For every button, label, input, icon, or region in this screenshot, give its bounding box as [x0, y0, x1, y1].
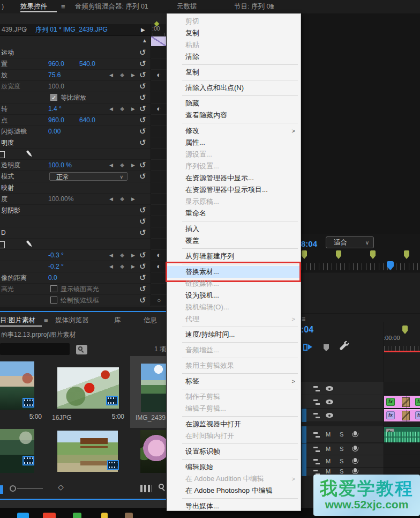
tab-project-bin[interactable]: 目:图片素材	[0, 314, 35, 327]
parameter-value[interactable]: 75.6	[48, 70, 61, 80]
chevron-down-icon[interactable]: ∨	[24, 24, 27, 35]
add-keyframe-icon[interactable]: ◆	[120, 194, 124, 204]
audio-clip[interactable]: fx	[384, 427, 420, 442]
reset-parameter-icon[interactable]: ↺	[139, 205, 146, 216]
sync-lock-icon[interactable]	[313, 432, 320, 438]
automate-to-sequence-icon[interactable]	[140, 485, 152, 492]
menu-item[interactable]: 隐藏	[167, 98, 301, 109]
thumbnail-name[interactable]: IMG_2439J	[136, 414, 166, 421]
reset-parameter-icon[interactable]: ↺	[139, 284, 146, 294]
parameter-value[interactable]: 0.00	[48, 126, 61, 137]
sync-lock-icon[interactable]	[313, 399, 320, 405]
zoom-fit-dropdown[interactable]: 适合 ∨	[326, 236, 374, 248]
parameter-value[interactable]: 640.0	[79, 115, 95, 125]
reset-parameter-icon[interactable]: ↺	[139, 227, 146, 238]
parameter-value[interactable]: -0.2 °	[48, 261, 64, 272]
panel-menu-icon[interactable]: ≡	[61, 0, 65, 13]
filmstrip-icon[interactable]	[107, 460, 119, 470]
checkbox[interactable]	[50, 285, 57, 292]
reset-parameter-icon[interactable]: ↺	[139, 81, 146, 92]
prev-keyframe-icon[interactable]: ◀	[109, 103, 113, 114]
pen-tool-icon[interactable]	[24, 149, 35, 159]
menu-item[interactable]: 复制	[167, 27, 301, 39]
track-target-indicator[interactable]	[302, 468, 306, 476]
prev-keyframe-icon[interactable]: ◀	[109, 261, 113, 272]
track-output-icon[interactable]	[326, 399, 333, 404]
filmstrip-icon[interactable]	[22, 398, 34, 408]
timeline-timecode[interactable]: :04	[301, 325, 313, 335]
voiceover-record-icon[interactable]	[354, 458, 357, 462]
reset-parameter-icon[interactable]: ↺	[139, 160, 146, 171]
thumbnail-name[interactable]: 16JPG	[52, 414, 72, 421]
filmstrip-icon[interactable]	[106, 396, 118, 405]
thumbnail-image[interactable]	[141, 364, 166, 412]
taskbar-app-icon[interactable]	[17, 513, 29, 518]
sequence-clip-title[interactable]: 序列 01 * IMG_2439.JPG	[35, 24, 108, 35]
checkbox[interactable]: ✓	[50, 94, 57, 101]
list-view-icon[interactable]	[0, 485, 3, 494]
menu-item[interactable]: 速度/持续时间...	[167, 329, 301, 341]
taskbar-app-icon[interactable]	[43, 513, 56, 518]
parameter-value[interactable]: 960.0	[48, 58, 64, 69]
menu-item[interactable]: 清除	[167, 51, 301, 63]
voiceover-record-icon[interactable]	[354, 431, 357, 435]
next-keyframe-icon[interactable]: ▶	[131, 194, 135, 204]
track-output-icon[interactable]	[326, 413, 333, 418]
tab-info[interactable]: 信息	[144, 314, 157, 327]
reset-parameter-icon[interactable]: ↺	[139, 70, 146, 80]
menu-item[interactable]: 重命名	[167, 208, 301, 219]
reset-parameter-icon[interactable]: ↺	[139, 272, 146, 283]
bin-breadcrumb[interactable]: 的事12.13.prproj\图片素材	[1, 330, 76, 339]
mute-button[interactable]: M	[326, 468, 331, 475]
tab-program-monitor[interactable]: 节目: 序列 01	[234, 0, 274, 13]
reset-parameter-icon[interactable]: ↺	[139, 115, 146, 125]
track-target-indicator[interactable]	[302, 409, 306, 422]
program-timecode[interactable]: 8:04	[301, 239, 317, 248]
project-panel-menu-icon[interactable]: ≡	[44, 314, 48, 327]
video-clip[interactable]: fxfx	[384, 409, 420, 421]
parameter-value[interactable]: 100.0	[48, 81, 64, 92]
sort-icon[interactable]: ◇	[58, 483, 64, 491]
search-icon[interactable]	[76, 345, 87, 354]
checkbox[interactable]	[50, 297, 57, 304]
taskbar-app-icon[interactable]	[73, 513, 81, 518]
reset-parameter-icon[interactable]: ↺	[139, 250, 146, 261]
menu-item[interactable]: 替换素材...	[167, 266, 301, 278]
transition-clip[interactable]	[402, 411, 410, 420]
menu-item[interactable]: 设置标识帧	[167, 446, 301, 457]
track-output-icon[interactable]	[326, 386, 333, 391]
menu-item[interactable]: 修改>	[167, 125, 301, 137]
tab-metadata[interactable]: 元数据	[177, 0, 197, 13]
reset-parameter-icon[interactable]: ↺	[139, 295, 146, 306]
reset-parameter-icon[interactable]: ↺	[139, 137, 146, 148]
parameter-value[interactable]: 1.4 °	[48, 103, 62, 114]
next-keyframe-icon[interactable]: ▶	[131, 250, 135, 261]
prev-keyframe-icon[interactable]: ◀	[109, 194, 113, 204]
menu-item[interactable]: 属性...	[167, 137, 301, 149]
search-input[interactable]	[0, 343, 70, 355]
menu-item[interactable]: 查看隐藏内容	[167, 109, 301, 121]
next-keyframe-icon[interactable]: ▶	[131, 261, 135, 272]
video-clip[interactable]: fxfx	[384, 396, 420, 408]
menu-item[interactable]: 覆盖	[167, 235, 301, 247]
add-keyframe-icon[interactable]: ◆	[120, 261, 124, 272]
snap-toggle-icon[interactable]	[303, 344, 312, 351]
voiceover-record-icon[interactable]	[354, 446, 357, 450]
mute-button[interactable]: M	[326, 446, 331, 452]
track-target-indicator[interactable]	[302, 455, 306, 468]
reset-parameter-icon[interactable]: ↺	[139, 103, 146, 114]
menu-item[interactable]: 导出媒体...	[167, 500, 301, 512]
reset-parameter-icon[interactable]: ↺	[139, 47, 146, 58]
add-keyframe-icon[interactable]: ◆	[120, 160, 124, 171]
collapse-arrow-icon[interactable]: ▲	[142, 38, 147, 43]
tab-libraries[interactable]: 库	[114, 314, 121, 327]
pen-tool-icon[interactable]	[24, 239, 35, 249]
parameter-value[interactable]: 0.0	[48, 272, 57, 283]
menu-item[interactable]: 在源监视器中打开	[167, 418, 301, 430]
add-keyframe-icon[interactable]: ◆	[120, 103, 124, 114]
prev-keyframe-icon[interactable]: ◀	[109, 160, 113, 171]
program-panel-menu-icon[interactable]: ≡	[270, 0, 274, 13]
find-icon[interactable]	[159, 484, 164, 489]
thumbnail-image[interactable]	[0, 429, 34, 473]
reset-parameter-icon[interactable]: ↺	[139, 58, 146, 69]
